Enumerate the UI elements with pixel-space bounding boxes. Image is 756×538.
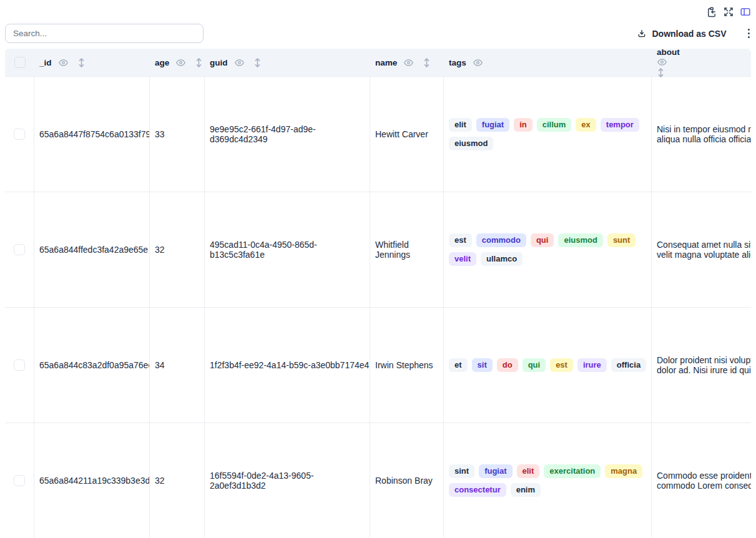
visibility-toggle-icon[interactable] <box>58 57 69 68</box>
about-text-line: Nisi in tempor eiusmod nulla <box>657 124 751 134</box>
right-controls: Download as CSV <box>633 27 751 40</box>
column-header-guid: guid <box>205 49 370 76</box>
tag-pill: cillum <box>537 118 572 132</box>
cell-name-text: Irwin Stephens <box>375 360 433 370</box>
row-checkbox-cell <box>5 423 34 538</box>
table-row: 65a6a844211a19c339b3e3d33216f5594f-0de2-… <box>5 423 751 538</box>
table-row: 65a6a8447f8754c6a0133f79339e9e95c2-661f-… <box>5 77 751 192</box>
tags-list: estcommodoquieiusmodsuntvelitullamco <box>449 233 651 267</box>
row-checkbox[interactable] <box>14 359 25 371</box>
cell-guid-text: 495cad11-0c4a-4950-865d-b13c5c3fa61e <box>210 240 370 260</box>
cell-age: 34 <box>150 308 205 423</box>
column-label-guid: guid <box>210 58 228 67</box>
tag-pill: irure <box>577 358 607 372</box>
cell-guid-text: 9e9e95c2-661f-4d97-ad9e-d369dc4d2349 <box>210 124 370 144</box>
cell-guid: 9e9e95c2-661f-4d97-ad9e-d369dc4d2349 <box>205 77 370 192</box>
cell-name-text: Hewitt Carver <box>375 129 428 139</box>
sort-icon[interactable] <box>253 57 262 68</box>
table-body: 65a6a8447f8754c6a0133f79339e9e95c2-661f-… <box>5 77 751 538</box>
cell-_id-text: 65a6a844211a19c339b3e3d3 <box>39 476 150 486</box>
controls-row: Download as CSV <box>0 17 756 43</box>
cell-guid: 1f2f3b4f-ee92-4a14-b59c-a3e0bb7174e4 <box>205 308 370 423</box>
tag-pill: sit <box>472 358 493 372</box>
tag-pill: commodo <box>476 233 526 247</box>
column-header-_id: _id <box>34 49 150 76</box>
download-csv-label: Download as CSV <box>652 29 726 39</box>
sort-icon[interactable] <box>423 57 431 68</box>
column-label-age: age <box>155 58 169 67</box>
cell-name: Whitfield Jennings <box>370 192 444 307</box>
sort-icon[interactable] <box>77 57 86 68</box>
tag-pill: est <box>550 358 573 372</box>
clipboard-export-icon[interactable] <box>706 6 717 17</box>
search-input[interactable] <box>5 24 204 43</box>
tag-pill: magna <box>605 464 642 478</box>
sort-icon[interactable] <box>657 67 665 78</box>
download-icon <box>637 29 647 39</box>
visibility-toggle-icon[interactable] <box>657 57 667 67</box>
tag-pill: enim <box>511 483 541 497</box>
tag-pill: officia <box>611 358 646 372</box>
cell-name-text: Whitfield Jennings <box>375 240 443 260</box>
cell-guid-text: 16f5594f-0de2-4a13-9605-2a0ef3d1b3d2 <box>210 471 370 491</box>
cell-about: Consequat amet nulla sit auvelit magna v… <box>652 192 751 307</box>
cell-tags: estcommodoquieiusmodsuntvelitullamco <box>444 192 652 307</box>
table-header-row: _idageguidnametagsabout <box>5 49 751 77</box>
row-checkbox[interactable] <box>14 475 25 486</box>
column-header-name: name <box>370 49 444 76</box>
visibility-toggle-icon[interactable] <box>175 57 186 68</box>
header-checkbox-cell <box>5 49 34 76</box>
visibility-toggle-icon[interactable] <box>234 57 245 68</box>
about-text-line: Commodo esse proident ex <box>657 471 751 481</box>
tag-pill: tempor <box>601 118 639 132</box>
tag-pill: est <box>449 233 472 247</box>
about-text-line: velit magna voluptate aliqua <box>657 250 751 260</box>
column-label-about: about <box>657 47 680 57</box>
sort-icon[interactable] <box>195 57 203 68</box>
column-label-name: name <box>375 58 397 67</box>
cell-_id-text: 65a6a844ffedc3fa42a9e65e <box>39 245 148 255</box>
tag-pill: fugiat <box>476 118 509 132</box>
cell-_id: 65a6a8447f8754c6a0133f79 <box>34 77 150 192</box>
tag-pill: elit <box>517 464 540 478</box>
about-text-line: dolor ad. Nisi irure id quis es <box>657 365 751 375</box>
visibility-toggle-icon[interactable] <box>473 57 483 68</box>
cell-_id: 65a6a844ffedc3fa42a9e65e <box>34 192 150 307</box>
tag-pill: eiusmod <box>449 137 493 150</box>
tag-pill: qui <box>523 358 546 372</box>
tag-pill: do <box>497 358 518 372</box>
fullscreen-icon[interactable] <box>723 6 734 17</box>
download-csv-button[interactable]: Download as CSV <box>633 28 730 39</box>
row-checkbox[interactable] <box>14 129 25 140</box>
tag-pill: consectetur <box>449 483 506 497</box>
column-label-_id: _id <box>39 58 52 67</box>
cell-about: Nisi in tempor eiusmod nullaaliqua nulla… <box>652 77 751 192</box>
column-header-age: age <box>150 49 205 76</box>
more-options-icon[interactable] <box>747 27 752 40</box>
about-text-line: Dolor proident nisi voluptate <box>657 355 751 365</box>
cell-name: Robinson Bray <box>370 423 444 538</box>
row-checkbox-cell <box>5 308 34 423</box>
tag-pill: ullamco <box>481 252 523 266</box>
cell-age: 33 <box>150 77 205 192</box>
cell-age-text: 34 <box>155 360 165 370</box>
tag-pill: elit <box>449 118 472 132</box>
tag-pill: sunt <box>607 233 636 247</box>
tags-list: etsitdoquiestirureofficia <box>449 358 651 372</box>
tag-pill: exercitation <box>544 464 601 478</box>
row-checkbox-cell <box>5 77 34 192</box>
cell-guid: 16f5594f-0de2-4a13-9605-2a0ef3d1b3d2 <box>205 423 370 538</box>
cell-name: Irwin Stephens <box>370 308 444 423</box>
cell-_id-text: 65a6a8447f8754c6a0133f79 <box>39 129 150 139</box>
tag-pill: et <box>449 358 468 372</box>
about-text-line: commodo Lorem consequat <box>657 481 751 491</box>
cell-age: 32 <box>150 192 205 307</box>
table-view-icon[interactable] <box>740 6 751 17</box>
table-row: 65a6a844c83a2df0a95a76ee341f2f3b4f-ee92-… <box>5 308 751 423</box>
tag-pill: ex <box>576 118 596 132</box>
data-table: _idageguidnametagsabout 65a6a8447f8754c6… <box>5 49 751 538</box>
tags-list: sintfugiatelitexercitationmagnaconsectet… <box>449 464 651 497</box>
row-checkbox[interactable] <box>14 244 25 255</box>
visibility-toggle-icon[interactable] <box>403 57 414 68</box>
select-all-checkbox[interactable] <box>14 57 26 68</box>
